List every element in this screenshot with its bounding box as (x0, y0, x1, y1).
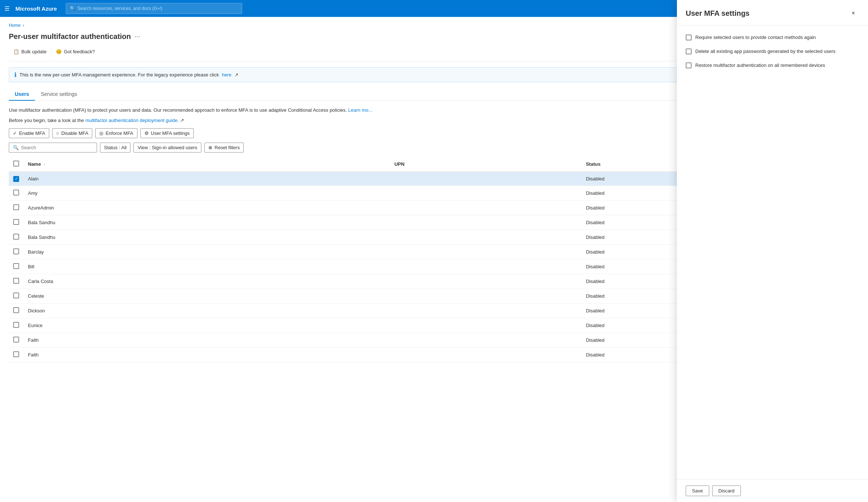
global-search-input[interactable] (78, 6, 238, 11)
select-all-header[interactable] (9, 157, 24, 172)
search-icon: 🔍 (70, 6, 75, 11)
row-upn (390, 200, 581, 215)
row-checkbox[interactable] (13, 322, 19, 328)
tab-users[interactable]: Users (9, 88, 35, 101)
delete-passwords-checkbox[interactable] (686, 49, 692, 54)
row-name: Faith (24, 333, 390, 347)
require-contact-label: Require selected users to provide contac… (695, 34, 816, 41)
row-checkbox[interactable] (13, 190, 19, 196)
reset-filters-button[interactable]: ⊗ Reset filters (204, 143, 244, 153)
search-input[interactable] (21, 145, 93, 150)
row-name: AzureAdmin (24, 200, 390, 215)
delete-passwords-row: Delete all existing app passwords genera… (686, 48, 859, 55)
got-feedback-button[interactable]: 😊 Got feedback? (51, 47, 100, 57)
row-name: Bala Sandhu (24, 230, 390, 244)
guide-link[interactable]: multifactor authentication deployment gu… (85, 118, 179, 123)
hamburger-menu[interactable]: ☰ (4, 5, 10, 12)
panel-footer: Save Discard (677, 479, 868, 502)
page-title: Per-user multifactor authentication (9, 32, 131, 41)
row-name: Bala Sandhu (24, 215, 390, 230)
row-upn (390, 186, 581, 200)
discard-button[interactable]: Discard (712, 485, 741, 496)
row-name: Barclay (24, 244, 390, 259)
row-name: Dickson (24, 303, 390, 318)
enable-mfa-icon: ✓ (13, 130, 17, 136)
row-upn (390, 303, 581, 318)
row-name: Eunice (24, 318, 390, 333)
panel-title: User MFA settings (686, 9, 750, 18)
restore-mfa-row: Restore multifactor authentication on al… (686, 62, 859, 69)
row-upn (390, 274, 581, 288)
name-column-header: Name ↑ (24, 157, 390, 172)
row-name: Faith (24, 347, 390, 362)
row-upn (390, 172, 581, 186)
breadcrumb-home[interactable]: Home (9, 23, 21, 28)
row-checkbox[interactable] (13, 204, 19, 210)
select-all-checkbox[interactable] (13, 161, 19, 166)
row-checkbox[interactable] (13, 263, 19, 269)
row-checkbox[interactable] (13, 293, 19, 298)
restore-mfa-label: Restore multifactor authentication on al… (695, 62, 825, 69)
row-checkbox[interactable] (13, 337, 19, 343)
disable-mfa-button[interactable]: ○ Disable MFA (52, 128, 93, 138)
info-icon: ℹ (14, 71, 17, 78)
bulk-update-icon: 📋 (13, 49, 19, 54)
external-icon: ↗ (234, 72, 238, 78)
view-filter-button[interactable]: View : Sign-in allowed users (133, 143, 201, 153)
row-checkbox[interactable] (13, 278, 19, 284)
more-options-button[interactable]: ··· (134, 33, 140, 40)
row-upn (390, 244, 581, 259)
legacy-link[interactable]: here (222, 72, 232, 78)
reset-filters-label: Reset filters (215, 145, 240, 150)
panel-body: Require selected users to provide contac… (677, 25, 868, 479)
row-name: Bill (24, 259, 390, 274)
enable-mfa-label: Enable MFA (19, 130, 45, 136)
row-checkbox[interactable] (13, 351, 19, 357)
search-icon-filter: 🔍 (13, 145, 19, 150)
enable-mfa-button[interactable]: ✓ Enable MFA (9, 128, 49, 138)
main-layout: Home › Per-user multifactor authenticati… (0, 17, 868, 502)
status-filter-label: Status : All (104, 145, 126, 150)
learn-more-link[interactable]: Learn mo... (348, 107, 372, 113)
bulk-update-label: Bulk update (21, 49, 47, 54)
breadcrumb-separator: › (23, 23, 24, 28)
user-mfa-settings-label: User MFA settings (151, 130, 190, 136)
row-name: Amy (24, 186, 390, 200)
status-filter-button[interactable]: Status : All (100, 143, 130, 153)
row-upn (390, 215, 581, 230)
reset-filters-icon: ⊗ (208, 145, 212, 150)
row-upn (390, 288, 581, 303)
user-mfa-settings-icon: ⚙ (144, 130, 149, 136)
disable-mfa-label: Disable MFA (61, 130, 89, 136)
row-checkbox[interactable] (13, 248, 19, 254)
restore-mfa-checkbox[interactable] (686, 62, 692, 68)
save-button[interactable]: Save (686, 485, 709, 496)
row-name: Celeste (24, 288, 390, 303)
view-filter-label: View : Sign-in allowed users (137, 145, 197, 150)
row-upn (390, 347, 581, 362)
search-input-wrap[interactable]: 🔍 (9, 143, 97, 153)
panel-close-button[interactable]: × (847, 7, 859, 19)
row-checkbox[interactable] (13, 234, 19, 240)
user-mfa-settings-button[interactable]: ⚙ User MFA settings (140, 128, 194, 138)
row-upn (390, 318, 581, 333)
global-search-bar[interactable]: 🔍 (66, 3, 242, 14)
got-feedback-label: Got feedback? (64, 49, 95, 54)
row-upn (390, 333, 581, 347)
name-sort-icon[interactable]: ↑ (44, 162, 46, 166)
require-contact-checkbox[interactable] (686, 35, 692, 40)
brand-logo: Microsoft Azure (15, 6, 57, 12)
row-name: Carla Costa (24, 274, 390, 288)
row-checkbox[interactable]: ✓ (13, 176, 19, 182)
enforce-mfa-icon: ◎ (99, 130, 103, 136)
bulk-update-button[interactable]: 📋 Bulk update (9, 47, 51, 57)
row-checkbox[interactable] (13, 219, 19, 225)
enforce-mfa-label: Enforce MFA (105, 130, 133, 136)
row-checkbox[interactable] (13, 307, 19, 313)
panel-header: User MFA settings × (677, 0, 868, 25)
upn-column-header: UPN (390, 157, 581, 172)
enforce-mfa-button[interactable]: ◎ Enforce MFA (95, 128, 137, 138)
external-guide-icon: ↗ (180, 118, 184, 123)
tab-service-settings[interactable]: Service settings (35, 88, 83, 101)
row-upn (390, 230, 581, 244)
